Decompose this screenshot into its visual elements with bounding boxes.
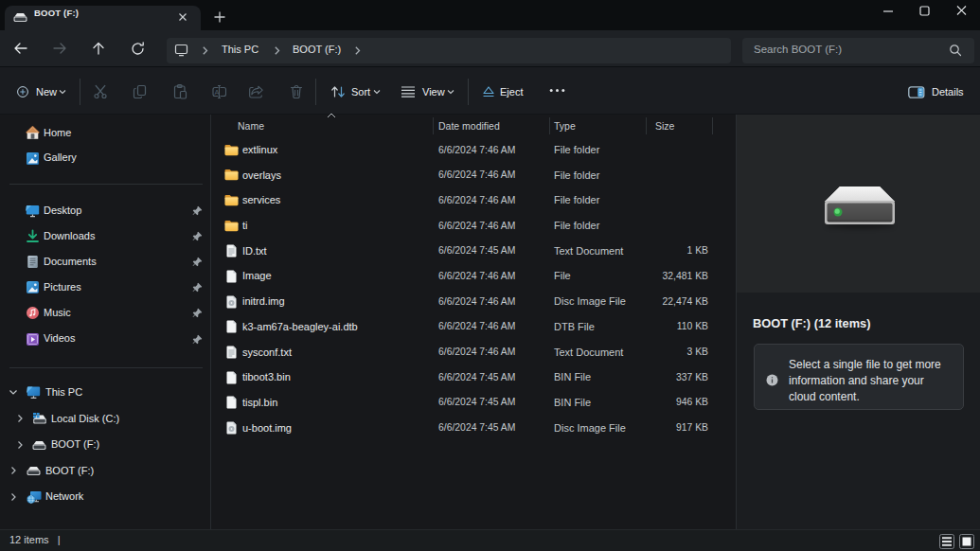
svg-text:A: A (215, 88, 220, 97)
